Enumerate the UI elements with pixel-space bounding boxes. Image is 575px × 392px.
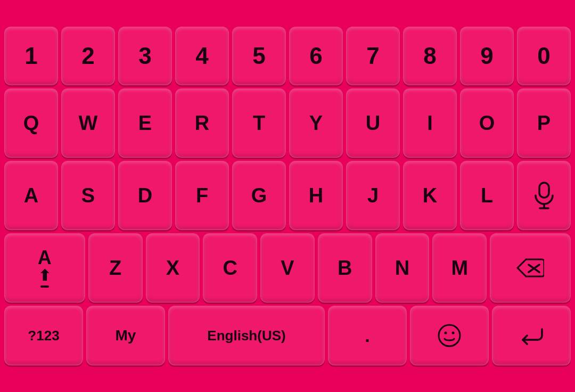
numbers-mode-key[interactable]: ?123 <box>4 306 83 365</box>
key-5[interactable]: 5 <box>232 27 286 85</box>
key-j[interactable]: J <box>346 161 400 230</box>
svg-point-7 <box>452 332 455 334</box>
key-9[interactable]: 9 <box>460 27 514 85</box>
key-q[interactable]: Q <box>4 88 58 158</box>
key-r[interactable]: R <box>175 88 229 158</box>
space-key[interactable]: English(US) <box>168 306 325 365</box>
bottom-row: ?123 My English(US) . <box>4 306 571 365</box>
key-u[interactable]: U <box>346 88 400 158</box>
key-m[interactable]: M <box>432 233 487 303</box>
key-y[interactable]: Y <box>289 88 343 158</box>
key-7[interactable]: 7 <box>346 27 400 85</box>
key-1[interactable]: 1 <box>4 27 58 85</box>
key-o[interactable]: O <box>460 88 514 158</box>
number-row: 1 2 3 4 5 6 7 8 9 0 <box>4 27 571 85</box>
shift-key[interactable]: A ⬆ <box>4 233 85 303</box>
key-i[interactable]: I <box>403 88 457 158</box>
key-3[interactable]: 3 <box>118 27 172 85</box>
key-w[interactable]: W <box>61 88 115 158</box>
key-0[interactable]: 0 <box>517 27 571 85</box>
key-4[interactable]: 4 <box>175 27 229 85</box>
zxcv-row: A ⬆ Z X C V B N M <box>4 233 571 303</box>
key-t[interactable]: T <box>232 88 286 158</box>
key-v[interactable]: V <box>260 233 315 303</box>
key-k[interactable]: K <box>403 161 457 230</box>
svg-point-5 <box>439 325 460 346</box>
key-e[interactable]: E <box>118 88 172 158</box>
asdf-row: A S D F G H J K L <box>4 161 571 230</box>
qwerty-row: Q W E R T Y U I O P <box>4 88 571 158</box>
key-s[interactable]: S <box>61 161 115 230</box>
key-b[interactable]: B <box>318 233 372 303</box>
key-n[interactable]: N <box>375 233 430 303</box>
period-key[interactable]: . <box>328 306 407 365</box>
enter-key[interactable] <box>492 306 571 365</box>
my-key[interactable]: My <box>86 306 165 365</box>
key-p[interactable]: P <box>517 88 571 158</box>
key-x[interactable]: X <box>146 233 200 303</box>
key-c[interactable]: C <box>203 233 257 303</box>
key-6[interactable]: 6 <box>289 27 343 85</box>
key-g[interactable]: G <box>232 161 286 230</box>
key-a[interactable]: A <box>4 161 58 230</box>
svg-rect-0 <box>539 183 549 198</box>
key-8[interactable]: 8 <box>403 27 457 85</box>
key-2[interactable]: 2 <box>61 27 115 85</box>
key-l[interactable]: L <box>460 161 514 230</box>
key-d[interactable]: D <box>118 161 172 230</box>
backspace-key[interactable] <box>490 233 571 303</box>
microphone-key[interactable] <box>517 161 571 230</box>
svg-point-6 <box>445 332 447 334</box>
emoji-key[interactable] <box>410 306 489 365</box>
key-z[interactable]: Z <box>88 233 143 303</box>
key-h[interactable]: H <box>289 161 343 230</box>
key-f[interactable]: F <box>175 161 229 230</box>
